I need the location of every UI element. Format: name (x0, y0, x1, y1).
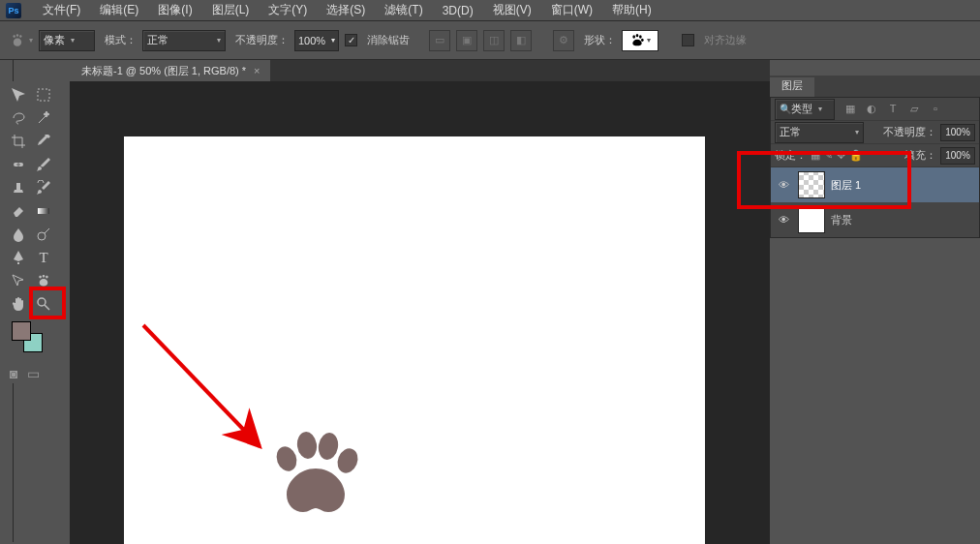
svg-point-2 (639, 35, 642, 38)
healing-brush-tool-icon[interactable] (6, 153, 31, 176)
crop-tool-icon[interactable] (6, 130, 31, 153)
chevron-down-icon: ▾ (855, 128, 859, 136)
boolean-add-icon[interactable]: ▣ (456, 30, 477, 51)
menu-file[interactable]: 文件(F) (33, 0, 90, 20)
right-panel-area: 图层 🔍 类型▾ ▦ ◐ T ▱ ▫ 正常▾ 不透明度： 100% 锁定： (770, 60, 980, 544)
svg-point-8 (38, 298, 46, 306)
chevron-down-icon: ▾ (331, 36, 335, 45)
layer-opacity-value[interactable]: 100% (940, 124, 975, 141)
menu-help[interactable]: 帮助(H) (602, 0, 661, 20)
menu-3d[interactable]: 3D(D) (433, 2, 483, 19)
dodge-tool-icon[interactable] (31, 223, 56, 246)
foreground-color-swatch[interactable] (12, 321, 31, 341)
lock-pixels-icon[interactable]: ✎ (824, 149, 833, 162)
fill-value[interactable]: 100% (940, 147, 975, 165)
menu-window[interactable]: 窗口(W) (541, 0, 602, 20)
filter-type-icon[interactable]: T (885, 103, 901, 115)
color-swatches[interactable] (12, 321, 50, 360)
zoom-tool-icon[interactable] (31, 292, 56, 316)
tools-panel: T ◙ ▭ (4, 81, 58, 383)
svg-point-0 (632, 35, 635, 38)
visibility-toggle-icon[interactable]: 👁 (775, 179, 792, 191)
chevron-down-icon: ▾ (647, 36, 651, 45)
menu-filter[interactable]: 滤镜(T) (375, 0, 432, 20)
menu-type[interactable]: 文字(Y) (259, 0, 317, 20)
visibility-toggle-icon[interactable]: 👁 (775, 214, 792, 226)
opacity-value: 100% (298, 35, 325, 46)
opacity-label: 不透明度： (235, 33, 289, 47)
screen-mode-icon[interactable]: ▭ (27, 366, 40, 381)
unit-dropdown[interactable]: 像素▾ (39, 30, 95, 51)
boolean-new-icon[interactable]: ▭ (429, 30, 450, 51)
custom-shape-tool-icon[interactable] (31, 269, 56, 292)
mode-dropdown[interactable]: 正常▾ (142, 30, 226, 51)
marquee-tool-icon[interactable] (31, 83, 56, 106)
lock-position-icon[interactable]: ✥ (837, 149, 845, 162)
canvas[interactable] (124, 136, 705, 544)
options-bar: ▾ 像素▾ 模式： 正常▾ 不透明度： 100%▾ ✓ 消除锯齿 ▭ ▣ ◫ ◧… (0, 21, 980, 60)
layer-filter-icons: ▦ ◐ T ▱ ▫ (842, 103, 943, 115)
menu-edit[interactable]: 编辑(E) (90, 0, 148, 20)
history-brush-tool-icon[interactable] (31, 176, 56, 199)
document-tab[interactable]: 未标题-1 @ 50% (图层 1, RGB/8) * × (70, 60, 270, 81)
layer-item-background[interactable]: 👁 背景 (771, 202, 979, 237)
layers-panel-tab-row: 图层 (770, 76, 980, 97)
lock-transparent-icon[interactable]: ▦ (811, 149, 820, 162)
fill-label: 填充： (904, 148, 936, 163)
lasso-tool-icon[interactable] (6, 106, 31, 130)
shape-picker[interactable]: ▾ (622, 30, 658, 51)
align-edges-label: 对齐边缘 (704, 33, 747, 47)
magic-wand-tool-icon[interactable] (31, 106, 56, 130)
menu-select[interactable]: 选择(S) (317, 0, 375, 20)
gear-icon[interactable]: ⚙ (553, 30, 574, 51)
quick-mask-icon[interactable]: ◙ (10, 366, 17, 381)
menu-image[interactable]: 图像(I) (148, 0, 201, 20)
menu-layer[interactable]: 图层(L) (202, 0, 260, 20)
lock-all-icon[interactable]: 🔒 (849, 149, 863, 162)
eyedropper-tool-icon[interactable] (31, 130, 56, 153)
layers-panel: 🔍 类型▾ ▦ ◐ T ▱ ▫ 正常▾ 不透明度： 100% 锁定： ▦ ✎ ✥ (770, 97, 980, 238)
pen-tool-icon[interactable] (6, 246, 31, 269)
mode-label: 模式： (105, 33, 137, 47)
type-tool-icon[interactable]: T (31, 246, 56, 269)
document-tab-title: 未标题-1 @ 50% (图层 1, RGB/8) * (81, 64, 246, 78)
filter-type-value: 类型 (791, 102, 812, 116)
filter-pixel-icon[interactable]: ▦ (842, 103, 858, 115)
antialias-checkbox[interactable]: ✓ (345, 34, 357, 46)
lock-label: 锁定： (775, 148, 807, 163)
chevron-down-icon: ▾ (217, 36, 221, 45)
boolean-subtract-icon[interactable]: ◫ (483, 30, 505, 51)
brush-tool-icon[interactable] (31, 153, 56, 176)
filter-shape-icon[interactable]: ▱ (906, 103, 922, 115)
layer-thumbnail[interactable] (798, 206, 825, 233)
move-tool-icon[interactable] (6, 83, 31, 106)
filter-adjust-icon[interactable]: ◐ (864, 103, 879, 115)
chevron-down-icon: ▾ (818, 105, 822, 113)
antialias-label: 消除锯齿 (367, 33, 410, 47)
layer-name-label: 图层 1 (831, 178, 861, 193)
svg-rect-4 (38, 89, 49, 101)
blur-tool-icon[interactable] (6, 223, 31, 246)
layer-opacity-label: 不透明度： (883, 125, 936, 139)
lock-icons: ▦ ✎ ✥ 🔒 (811, 149, 863, 162)
path-selection-tool-icon[interactable] (6, 269, 31, 292)
close-tab-icon[interactable]: × (254, 65, 260, 76)
layer-item-1[interactable]: 👁 图层 1 (771, 167, 979, 202)
menu-view[interactable]: 视图(V) (483, 0, 541, 20)
layers-panel-tab[interactable]: 图层 (770, 77, 814, 97)
svg-point-1 (636, 34, 639, 37)
blend-mode-dropdown[interactable]: 正常▾ (775, 122, 864, 143)
layer-thumbnail[interactable] (798, 171, 825, 198)
layer-filter-type-dropdown[interactable]: 🔍 类型▾ (775, 99, 835, 120)
align-edges-checkbox[interactable] (682, 34, 694, 46)
work-area (70, 81, 770, 544)
gradient-tool-icon[interactable] (31, 199, 56, 223)
filter-smart-icon[interactable]: ▫ (928, 103, 943, 115)
tool-preset-picker[interactable]: ▾ (8, 29, 33, 52)
opacity-input[interactable]: 100%▾ (294, 30, 339, 51)
unit-value: 像素 (44, 33, 65, 47)
hand-tool-icon[interactable] (6, 292, 31, 316)
eraser-tool-icon[interactable] (6, 199, 31, 223)
clone-stamp-tool-icon[interactable] (6, 176, 31, 199)
boolean-intersect-icon[interactable]: ◧ (510, 30, 532, 51)
